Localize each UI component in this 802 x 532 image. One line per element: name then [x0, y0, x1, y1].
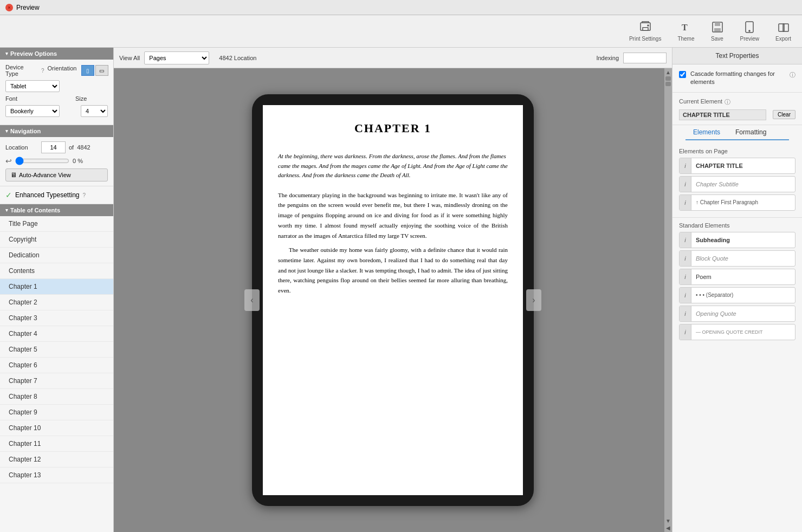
center-panel: View All Pages 4842 Location Indexing ▲ …: [114, 48, 672, 532]
element-subheading[interactable]: i Subheading: [679, 232, 795, 248]
element-i-subheading[interactable]: i: [680, 232, 691, 248]
toolbar-print-settings[interactable]: Print Settings: [629, 21, 661, 42]
size-select[interactable]: 41235: [81, 105, 108, 117]
element-i-chapter-first-para[interactable]: i: [680, 195, 691, 210]
view-all-button[interactable]: View All: [119, 55, 140, 61]
navigation-header[interactable]: ▾ Navigation: [0, 125, 113, 137]
standard-elements-label: Standard Elements: [679, 222, 795, 229]
main-layout: ▾ Preview Options Device Type ? Orientat…: [0, 48, 802, 532]
element-separator[interactable]: i • • • (Separator): [679, 287, 795, 303]
scroll-thumb-mid: [665, 82, 671, 86]
tabs-row: Elements Formatting: [685, 125, 789, 140]
element-name-separator: • • • (Separator): [691, 290, 795, 300]
scroll-bar[interactable]: ▲ ▼ ◀: [664, 68, 672, 532]
preview-options-header[interactable]: ▾ Preview Options: [0, 48, 113, 60]
toc-item-copyright[interactable]: Copyright: [0, 232, 113, 248]
scroll-down-icon[interactable]: ▼: [665, 518, 671, 524]
element-i-poem[interactable]: i: [680, 269, 691, 284]
indexing-input[interactable]: [623, 53, 667, 63]
element-name-subheading: Subheading: [691, 235, 795, 245]
next-page-button[interactable]: ›: [526, 289, 541, 311]
export-label: Export: [775, 36, 791, 42]
toolbar-save[interactable]: Save: [711, 21, 724, 42]
of-label: of: [69, 144, 74, 151]
cascade-row: Cascade formatting changes for elements …: [672, 64, 802, 93]
clear-button[interactable]: Clear: [773, 110, 795, 119]
toc-item-chapter-12[interactable]: Chapter 12: [0, 452, 113, 468]
element-name-block-quote: Block Quote: [691, 253, 795, 264]
cascade-checkbox[interactable]: [679, 71, 686, 78]
scroll-up-icon[interactable]: ▲: [665, 69, 671, 75]
element-i-opening-credit[interactable]: i: [680, 325, 691, 340]
device-frame: CHAPTER 1 At the beginning, there was da…: [252, 94, 534, 506]
location-slider[interactable]: [15, 157, 69, 165]
enhanced-help[interactable]: ?: [83, 192, 86, 198]
close-button[interactable]: ×: [5, 4, 13, 11]
location-input[interactable]: [41, 141, 66, 153]
pages-select[interactable]: Pages: [144, 51, 209, 64]
preview-label: Preview: [740, 36, 760, 42]
element-chapter-subtitle[interactable]: i Chapter Subtitle: [679, 176, 795, 192]
toc-item-chapter-8[interactable]: Chapter 8: [0, 389, 113, 405]
enhanced-label: Enhanced Typesetting: [15, 191, 80, 199]
scroll-thumb-top: [665, 76, 671, 81]
toolbar-preview[interactable]: Preview: [740, 21, 760, 42]
monitor-icon: 🖥: [10, 171, 17, 179]
current-element-value: CHAPTER TITLE: [679, 109, 766, 120]
element-i-block-quote[interactable]: i: [680, 251, 691, 266]
element-opening-credit[interactable]: i — OPENING QUOTE CREDIT: [679, 324, 795, 340]
enhanced-typesetting-row: ✓ Enhanced Typesetting ?: [0, 186, 113, 204]
toolbar-theme[interactable]: T Theme: [677, 21, 694, 42]
element-opening-quote[interactable]: i Opening Quote: [679, 306, 795, 322]
landscape-button[interactable]: ▭: [95, 65, 108, 76]
toc-item-chapter-4[interactable]: Chapter 4: [0, 326, 113, 342]
toc-item-chapter-13[interactable]: Chapter 13: [0, 468, 113, 483]
toc-item-chapter-5[interactable]: Chapter 5: [0, 342, 113, 358]
toolbar-export[interactable]: Export: [775, 21, 791, 42]
elements-tab[interactable]: Elements: [685, 125, 728, 140]
toc-item-chapter-7[interactable]: Chapter 7: [0, 373, 113, 389]
element-name-opening-credit: — OPENING QUOTE CREDIT: [691, 327, 795, 337]
cascade-info-icon[interactable]: ⓘ: [790, 71, 795, 79]
standard-elements-section: Standard Elements i Subheading i Block Q…: [672, 218, 802, 347]
element-chapter-first-para[interactable]: i ↑ Chapter First Paragraph: [679, 194, 795, 211]
toc-item-chapter-1[interactable]: Chapter 1: [0, 279, 113, 295]
auto-advance-button[interactable]: 🖥 Auto-Advance View: [5, 168, 108, 181]
element-poem[interactable]: i Poem: [679, 269, 795, 285]
toc-item-chapter-6[interactable]: Chapter 6: [0, 358, 113, 373]
toc-item-chapter-11[interactable]: Chapter 11: [0, 436, 113, 452]
element-i-chapter-subtitle[interactable]: i: [680, 177, 691, 192]
element-chapter-title[interactable]: i CHAPTER TITLE: [679, 158, 795, 174]
font-select[interactable]: BookerlyGeorgiaArial: [5, 105, 60, 117]
back-button[interactable]: ↩: [5, 157, 12, 165]
toc-item-title-page[interactable]: Title Page: [0, 216, 113, 232]
orientation-label: Orientation: [48, 65, 80, 76]
device-type-help[interactable]: ?: [41, 68, 44, 74]
scroll-left-icon[interactable]: ◀: [666, 525, 670, 531]
formatting-tab[interactable]: Formatting: [728, 125, 774, 140]
element-i-opening-quote[interactable]: i: [680, 306, 691, 321]
device-type-label: Device Type: [5, 64, 38, 77]
right-panel-title: Text Properties: [672, 48, 802, 64]
svg-rect-1: [643, 28, 648, 30]
prev-page-button[interactable]: ‹: [244, 289, 260, 311]
toc-item-chapter-3[interactable]: Chapter 3: [0, 310, 113, 326]
top-toolbar: Print Settings T Theme Save Preview Expo…: [0, 15, 802, 48]
preview-toolbar: View All Pages 4842 Location Indexing: [114, 48, 672, 68]
current-el-label: Current Element ⓘ: [679, 97, 730, 106]
toc-item-dedication[interactable]: Dedication: [0, 248, 113, 263]
element-i-chapter-title[interactable]: i: [680, 158, 691, 173]
check-icon: ✓: [5, 191, 12, 199]
toc-header[interactable]: ▾ Table of Contents: [0, 204, 113, 216]
toc-item-chapter-2[interactable]: Chapter 2: [0, 295, 113, 310]
element-block-quote[interactable]: i Block Quote: [679, 250, 795, 267]
current-el-info-icon[interactable]: ⓘ: [725, 98, 730, 106]
element-i-separator[interactable]: i: [680, 288, 691, 303]
portrait-button[interactable]: ▯: [81, 65, 94, 76]
location-label: Location: [5, 144, 38, 151]
toc-item-contents[interactable]: Contents: [0, 263, 113, 279]
current-element-section: Current Element ⓘ CHAPTER TITLE Clear: [672, 93, 802, 125]
toc-item-chapter-10[interactable]: Chapter 10: [0, 420, 113, 436]
toc-item-chapter-9[interactable]: Chapter 9: [0, 405, 113, 420]
device-type-select[interactable]: Tablet Phone Desktop: [5, 80, 60, 92]
